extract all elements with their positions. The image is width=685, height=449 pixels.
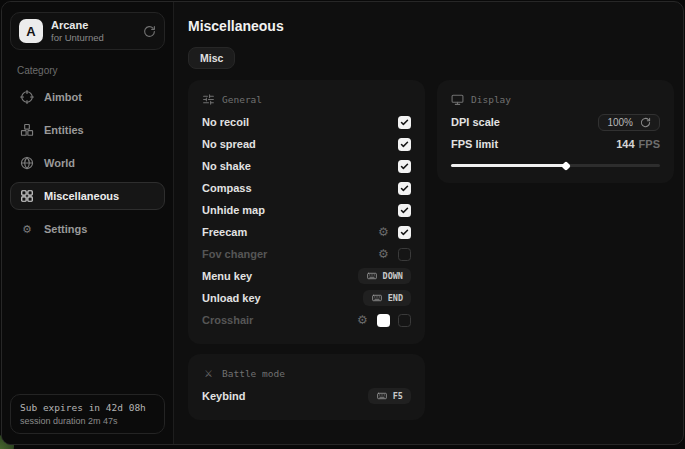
- battle-mode-card: ⚔ Battle mode KeybindF5: [188, 354, 425, 420]
- keybind-keybind-button[interactable]: F5: [368, 388, 411, 404]
- battle-mode-card-title: Battle mode: [222, 368, 285, 379]
- category-label: Category: [17, 65, 158, 76]
- general-card-header: General: [202, 93, 411, 106]
- app-subtitle: for Unturned: [51, 32, 104, 43]
- left-column: General No recoilNo spreadNo shakeCompas…: [188, 80, 425, 420]
- sidebar-item-label: Entities: [44, 124, 84, 136]
- boxes-icon: [20, 123, 34, 137]
- freecam-label: Freecam: [202, 226, 247, 238]
- keyboard-icon: [371, 293, 383, 303]
- unload-key-keybind-value: END: [388, 293, 403, 303]
- menu-key-keybind-button[interactable]: DOWN: [358, 268, 411, 284]
- setting-row-unhide-map: Unhide map: [202, 199, 411, 221]
- menu-key-controls: DOWN: [358, 268, 411, 284]
- sidebar-item-label: Aimbot: [44, 91, 82, 103]
- sub-expires-text: Sub expires in 42d 08h: [20, 402, 155, 413]
- tab-bar: Misc: [188, 47, 669, 69]
- freecam-gear-icon[interactable]: ⚙: [377, 226, 390, 239]
- swords-icon: ⚔: [202, 367, 215, 380]
- sidebar-item-world[interactable]: World: [10, 149, 165, 177]
- setting-row-no-recoil: No recoil: [202, 111, 411, 133]
- crosshair-checkbox[interactable]: [398, 314, 411, 327]
- keyboard-icon: [366, 271, 378, 281]
- freecam-checkbox[interactable]: [398, 226, 411, 239]
- setting-row-no-spread: No spread: [202, 133, 411, 155]
- setting-row-fov-changer: Fov changer⚙: [202, 243, 411, 265]
- general-card: General No recoilNo spreadNo shakeCompas…: [188, 80, 425, 344]
- sidebar-item-entities[interactable]: Entities: [10, 116, 165, 144]
- setting-row-freecam: Freecam⚙: [202, 221, 411, 243]
- fps-limit-row: FPS limit 144FPS: [451, 133, 660, 155]
- sidebar-item-miscellaneous[interactable]: Miscellaneous: [10, 182, 165, 210]
- app-title: Arcane: [51, 19, 104, 31]
- tab-misc[interactable]: Misc: [188, 47, 235, 69]
- crosshair-controls: ⚙: [356, 314, 411, 327]
- fov-changer-gear-icon[interactable]: ⚙: [377, 248, 390, 261]
- no-shake-label: No shake: [202, 160, 251, 172]
- keybind-label: Keybind: [202, 390, 245, 402]
- no-recoil-controls: [398, 116, 411, 129]
- crosshair-label: Crosshair: [202, 314, 253, 326]
- no-shake-checkbox[interactable]: [398, 160, 411, 173]
- page-title: Miscellaneous: [188, 18, 669, 34]
- no-spread-controls: [398, 138, 411, 151]
- dpi-scale-row: DPI scale 100%: [451, 111, 660, 133]
- right-column: Display DPI scale 100% FPS limit 144FPS: [437, 80, 674, 183]
- crosshair-color-swatch[interactable]: [377, 314, 390, 327]
- battle-mode-card-header: ⚔ Battle mode: [202, 367, 411, 380]
- sidebar-item-label: Settings: [44, 223, 87, 235]
- slider-thumb[interactable]: [561, 161, 571, 171]
- dpi-scale-value: 100%: [607, 117, 633, 128]
- brand-card: A Arcane for Unturned: [10, 12, 165, 50]
- monitor-icon: [451, 93, 464, 106]
- unhide-map-controls: [398, 204, 411, 217]
- fov-changer-controls: ⚙: [377, 248, 411, 261]
- crosshair-gear-icon[interactable]: ⚙: [356, 314, 369, 327]
- dpi-scale-input[interactable]: 100%: [598, 114, 660, 131]
- setting-row-menu-key: Menu keyDOWN: [202, 265, 411, 287]
- unhide-map-checkbox[interactable]: [398, 204, 411, 217]
- no-spread-checkbox[interactable]: [398, 138, 411, 151]
- sidebar-nav: AimbotEntitiesWorldMiscellaneous⚙Setting…: [10, 83, 165, 248]
- unload-key-keybind-button[interactable]: END: [363, 290, 411, 306]
- slider-fill: [451, 164, 566, 167]
- grid-icon: [20, 189, 34, 203]
- unload-key-controls: END: [363, 290, 411, 306]
- display-card-title: Display: [471, 94, 511, 105]
- main-content: Miscellaneous Misc General No recoilNo s…: [174, 2, 683, 444]
- menu-key-keybind-value: DOWN: [383, 271, 403, 281]
- keybind-controls: F5: [368, 388, 411, 404]
- battle-mode-rows: KeybindF5: [202, 385, 411, 407]
- dpi-scale-label: DPI scale: [451, 116, 500, 128]
- display-card-header: Display: [451, 93, 660, 106]
- fov-changer-label: Fov changer: [202, 248, 267, 260]
- no-recoil-checkbox[interactable]: [398, 116, 411, 129]
- fps-number: 144: [616, 138, 634, 150]
- sidebar: A Arcane for Unturned Category AimbotEnt…: [2, 2, 174, 444]
- gear-icon: ⚙: [20, 222, 34, 236]
- menu-key-label: Menu key: [202, 270, 252, 282]
- app-logo: A: [19, 19, 43, 43]
- compass-checkbox[interactable]: [398, 182, 411, 195]
- sidebar-item-aimbot[interactable]: Aimbot: [10, 83, 165, 111]
- sidebar-item-settings[interactable]: ⚙Settings: [10, 215, 165, 243]
- compass-label: Compass: [202, 182, 252, 194]
- reload-icon[interactable]: [143, 25, 156, 38]
- sidebar-item-label: World: [44, 157, 75, 169]
- session-duration-text: session duration 2m 47s: [20, 416, 155, 426]
- crosshair-icon: [20, 90, 34, 104]
- compass-controls: [398, 182, 411, 195]
- freecam-controls: ⚙: [377, 226, 411, 239]
- setting-row-compass: Compass: [202, 177, 411, 199]
- general-card-title: General: [222, 94, 262, 105]
- keyboard-icon: [376, 391, 388, 401]
- sidebar-item-label: Miscellaneous: [44, 190, 119, 202]
- fov-changer-checkbox[interactable]: [398, 248, 411, 261]
- fps-limit-label: FPS limit: [451, 138, 498, 150]
- cheat-menu-window: A Arcane for Unturned Category AimbotEnt…: [1, 1, 684, 445]
- card-columns: General No recoilNo spreadNo shakeCompas…: [188, 80, 669, 420]
- dpi-reset-icon[interactable]: [640, 117, 651, 128]
- fps-limit-value: 144FPS: [616, 138, 660, 150]
- setting-row-unload-key: Unload keyEND: [202, 287, 411, 309]
- fps-limit-slider[interactable]: [451, 164, 660, 167]
